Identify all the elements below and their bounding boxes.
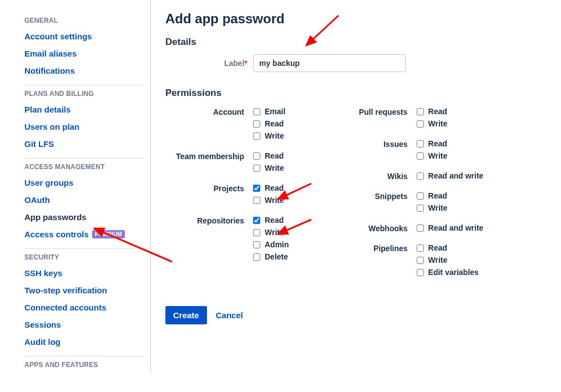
label-field-row: Label* <box>165 54 547 72</box>
nav-connected-accounts[interactable]: Connected accounts <box>24 299 144 316</box>
perm-pipelines-edit-vars[interactable]: Edit variables <box>417 266 479 278</box>
perm-issues-read[interactable]: Read <box>417 138 448 150</box>
settings-sidebar: GENERAL Account settings Email aliases N… <box>18 0 151 372</box>
permissions-heading: Permissions <box>165 88 547 99</box>
perm-projects-read[interactable]: Read <box>253 182 284 194</box>
section-plans-billing: PLANS AND BILLING <box>24 85 144 101</box>
section-access-management: ACCESS MANAGEMENT <box>24 158 144 174</box>
permissions-column-b: Pull requests Read Write Issues Read Wri… <box>322 105 484 279</box>
perm-pull-requests-label: Pull requests <box>322 105 417 116</box>
section-apps-features: APPS AND FEATURES <box>24 356 144 372</box>
perm-projects-write[interactable]: Write <box>253 194 284 206</box>
perm-account-read[interactable]: Read <box>253 118 285 130</box>
label-field-label: Label* <box>165 59 253 68</box>
perm-projects-label: Projects <box>165 182 253 193</box>
perm-wikis-label: Wikis <box>322 170 417 181</box>
label-input[interactable] <box>253 54 406 72</box>
nav-user-groups[interactable]: User groups <box>24 174 144 191</box>
premium-badge: PREMIUM <box>92 230 125 238</box>
nav-access-controls-label: Access controls <box>24 230 89 239</box>
section-security: SECURITY <box>24 248 144 264</box>
nav-notifications[interactable]: Notifications <box>24 62 144 79</box>
page-title: Add app password <box>165 11 547 27</box>
perm-pipelines-read[interactable]: Read <box>417 242 479 254</box>
create-button[interactable]: Create <box>165 306 207 324</box>
nav-users-on-plan[interactable]: Users on plan <box>24 118 144 135</box>
nav-app-passwords[interactable]: App passwords <box>24 208 144 226</box>
nav-access-controls[interactable]: Access controls PREMIUM <box>24 226 144 243</box>
perm-webhooks-rw[interactable]: Read and write <box>417 222 484 234</box>
section-general: GENERAL <box>24 13 144 28</box>
perm-account-write[interactable]: Write <box>253 130 285 142</box>
nav-email-aliases[interactable]: Email aliases <box>24 45 144 62</box>
perm-team-write[interactable]: Write <box>253 162 284 174</box>
nav-two-step-verification[interactable]: Two-step verification <box>24 282 144 299</box>
nav-ssh-keys[interactable]: SSH keys <box>24 264 144 282</box>
perm-repositories-label: Repositories <box>165 214 253 225</box>
main-content: Add app password Details Label* Permissi… <box>151 0 561 372</box>
perm-snippets-write[interactable]: Write <box>417 202 448 214</box>
perm-account-label: Account <box>165 105 253 116</box>
perm-pr-read[interactable]: Read <box>417 105 448 118</box>
nav-git-lfs[interactable]: Git LFS <box>24 135 144 152</box>
perm-issues-write[interactable]: Write <box>417 150 448 162</box>
perm-snippets-label: Snippets <box>322 190 417 201</box>
perm-pr-write[interactable]: Write <box>417 118 448 130</box>
permissions-column-a: Account Email Read Write Team membership… <box>165 105 289 279</box>
nav-plan-details[interactable]: Plan details <box>24 101 144 118</box>
nav-account-settings[interactable]: Account settings <box>24 28 144 45</box>
perm-account-email[interactable]: Email <box>253 105 285 118</box>
nav-oauth[interactable]: OAuth <box>24 191 144 208</box>
perm-webhooks-label: Webhooks <box>322 222 417 233</box>
nav-audit-log[interactable]: Audit log <box>24 333 144 350</box>
perm-repos-write[interactable]: Write <box>253 226 289 238</box>
perm-pipelines-write[interactable]: Write <box>417 254 479 266</box>
perm-repos-admin[interactable]: Admin <box>253 238 289 251</box>
cancel-button[interactable]: Cancel <box>216 310 243 320</box>
perm-team-membership-label: Team membership <box>165 150 253 161</box>
nav-sessions[interactable]: Sessions <box>24 316 144 333</box>
perm-issues-label: Issues <box>322 138 417 149</box>
perm-snippets-read[interactable]: Read <box>417 190 448 202</box>
perm-wikis-rw[interactable]: Read and write <box>417 170 484 182</box>
perm-repos-read[interactable]: Read <box>253 214 289 226</box>
details-heading: Details <box>165 37 547 48</box>
perm-repos-delete[interactable]: Delete <box>253 251 289 263</box>
perm-team-read[interactable]: Read <box>253 150 284 162</box>
perm-pipelines-label: Pipelines <box>322 242 417 253</box>
